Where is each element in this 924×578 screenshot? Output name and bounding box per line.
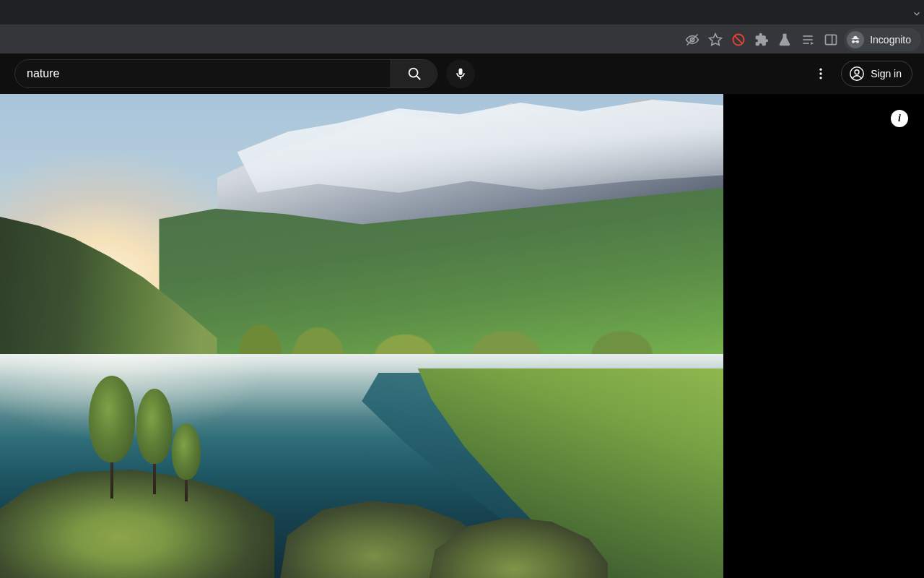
svg-marker-8 [811, 41, 814, 44]
svg-line-4 [735, 35, 743, 43]
tracking-blocked-icon[interactable] [685, 33, 699, 47]
svg-marker-2 [710, 33, 722, 45]
media-control-icon[interactable] [801, 33, 815, 47]
incognito-label: Incognito [870, 34, 911, 46]
user-icon [849, 66, 865, 82]
svg-rect-9 [826, 35, 837, 44]
svg-rect-13 [460, 77, 461, 79]
video-still-image [0, 94, 723, 578]
svg-point-15 [820, 72, 822, 74]
masthead-right: Sign in [806, 53, 912, 94]
extensions-puzzle-icon[interactable] [754, 33, 769, 47]
svg-point-11 [409, 69, 417, 77]
signin-label: Sign in [871, 68, 902, 79]
toolbar-icon-group [685, 33, 838, 47]
settings-menu-button[interactable] [806, 59, 835, 88]
microphone-icon [453, 66, 468, 81]
incognito-indicator[interactable]: Incognito [844, 28, 921, 51]
labs-flask-icon[interactable] [777, 33, 792, 47]
browser-toolbar: Incognito [0, 25, 924, 53]
voice-search-button[interactable] [446, 59, 475, 88]
search-box-wrapper [14, 59, 475, 88]
bookmark-star-icon[interactable] [708, 33, 723, 47]
search-icon [406, 66, 422, 82]
svg-line-12 [416, 76, 419, 79]
svg-point-16 [820, 77, 822, 79]
side-panel-icon[interactable] [824, 33, 838, 47]
video-info-button[interactable]: i [891, 110, 908, 127]
svg-point-14 [820, 69, 822, 71]
youtube-masthead: Sign in [0, 53, 924, 94]
search-box [14, 59, 437, 88]
more-vert-icon [814, 66, 828, 81]
video-player[interactable] [0, 94, 723, 578]
incognito-icon [847, 31, 864, 48]
blocked-extension-icon[interactable] [731, 33, 746, 47]
signin-button[interactable]: Sign in [841, 61, 912, 87]
search-button[interactable] [391, 60, 437, 87]
search-input[interactable] [15, 60, 391, 87]
content-area: i [0, 94, 924, 578]
svg-point-18 [855, 70, 859, 74]
tabs-dropdown-icon[interactable] [912, 9, 922, 19]
info-icon: i [898, 113, 901, 124]
browser-tab-strip [0, 0, 924, 25]
